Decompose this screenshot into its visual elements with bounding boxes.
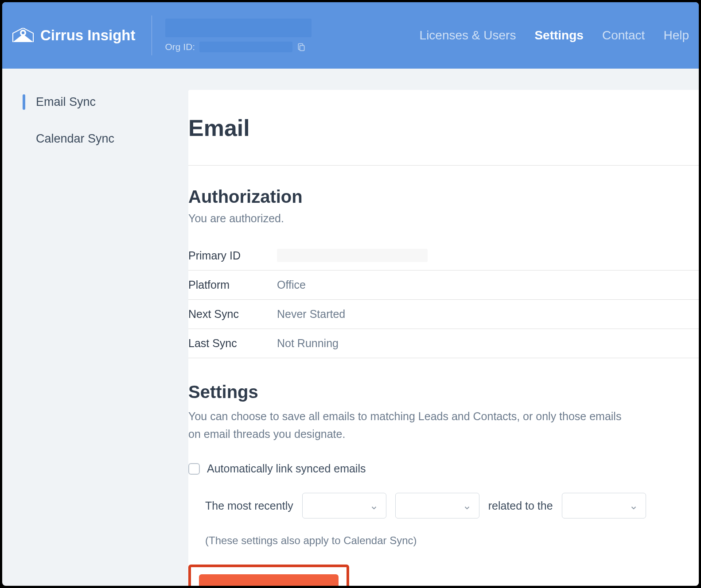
chevron-down-icon	[630, 502, 638, 510]
auto-link-label: Automatically link synced emails	[207, 462, 366, 475]
enable-email-sync-button[interactable]: Enable Email Sync	[199, 574, 339, 586]
sidebar-item-label: Calendar Sync	[36, 132, 114, 145]
app-header: Cirrus Insight Org ID: Licenses & Users …	[2, 2, 699, 69]
nav-settings[interactable]: Settings	[534, 28, 583, 43]
svg-rect-2	[300, 46, 304, 51]
settings-description: You can choose to save all emails to mat…	[188, 407, 631, 443]
row-key: Platform	[188, 279, 277, 291]
sentence-part1: The most recently	[205, 499, 293, 512]
row-key: Next Sync	[188, 308, 277, 321]
copy-icon[interactable]	[297, 43, 306, 51]
select-1[interactable]	[302, 493, 386, 518]
row-primary-id: Primary ID	[188, 241, 699, 271]
envelope-eye-icon	[12, 28, 34, 43]
settings-heading: Settings	[188, 382, 699, 402]
row-value: Office	[277, 279, 306, 291]
nav-licenses-users[interactable]: Licenses & Users	[420, 28, 516, 43]
row-last-sync: Last Sync Not Running	[188, 329, 699, 358]
sentence-row: The most recently related to the	[205, 493, 699, 518]
brand-name: Cirrus Insight	[40, 27, 136, 44]
select-2[interactable]	[395, 493, 479, 518]
row-key: Last Sync	[188, 337, 277, 350]
nav-help[interactable]: Help	[663, 28, 689, 43]
main-panel: Email Authorization You are authorized. …	[188, 90, 699, 586]
sidebar: Email Sync Calendar Sync	[2, 69, 188, 586]
auth-subtext: You are authorized.	[188, 212, 699, 225]
row-next-sync: Next Sync Never Started	[188, 300, 699, 329]
cta-highlight-box: Enable Email Sync	[188, 565, 349, 586]
chevron-down-icon	[370, 502, 378, 510]
select-3[interactable]	[562, 493, 646, 518]
authorization-section: Authorization You are authorized. Primar…	[188, 187, 699, 358]
row-value: Not Running	[277, 337, 339, 350]
brand-block: Cirrus Insight	[12, 27, 136, 44]
row-key: Primary ID	[188, 249, 277, 262]
sidebar-item-email-sync[interactable]: Email Sync	[23, 90, 188, 114]
nav-contact[interactable]: Contact	[602, 28, 645, 43]
sentence-part2: related to the	[488, 499, 553, 512]
auto-link-checkbox[interactable]	[188, 463, 200, 475]
auto-link-row: Automatically link synced emails	[188, 462, 699, 475]
auth-heading: Authorization	[188, 187, 699, 207]
row-platform: Platform Office	[188, 271, 699, 300]
org-id-redacted	[199, 42, 292, 52]
sidebar-item-label: Email Sync	[36, 95, 96, 108]
settings-section: Settings You can choose to save all emai…	[188, 382, 699, 586]
sidebar-item-calendar-sync[interactable]: Calendar Sync	[23, 127, 188, 151]
org-info: Org ID:	[165, 19, 312, 52]
header-divider	[152, 15, 152, 55]
org-name-redacted	[165, 19, 312, 37]
settings-note: (These settings also apply to Calendar S…	[205, 534, 699, 547]
top-nav: Licenses & Users Settings Contact Help	[420, 28, 689, 43]
chevron-down-icon	[463, 502, 471, 510]
page-title: Email	[188, 115, 699, 141]
svg-point-1	[22, 31, 24, 34]
org-id-label: Org ID:	[165, 42, 195, 52]
row-value-redacted	[277, 249, 428, 262]
row-value: Never Started	[277, 308, 345, 321]
